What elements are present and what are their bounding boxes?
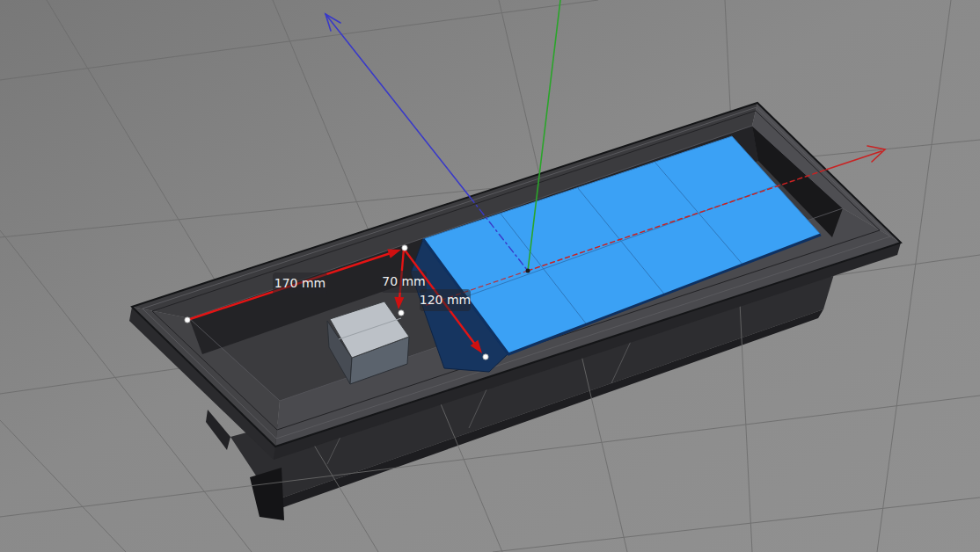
- dimension-endpoint-handle[interactable]: [483, 354, 488, 360]
- origin-point: [526, 269, 530, 273]
- dimension-endpoint-handle[interactable]: [185, 317, 190, 323]
- dimension-endpoint-handle[interactable]: [399, 310, 404, 316]
- dimension-label-text: 170 mm: [274, 276, 325, 290]
- viewport-3d[interactable]: 170 mm 70 mm 120 mm: [0, 0, 980, 552]
- dimension-label-text: 70 mm: [382, 274, 426, 288]
- viewport-canvas[interactable]: 170 mm 70 mm 120 mm: [0, 0, 980, 552]
- dimension-vertex-handle[interactable]: [402, 245, 407, 251]
- dimension-label-text: 120 mm: [420, 293, 471, 307]
